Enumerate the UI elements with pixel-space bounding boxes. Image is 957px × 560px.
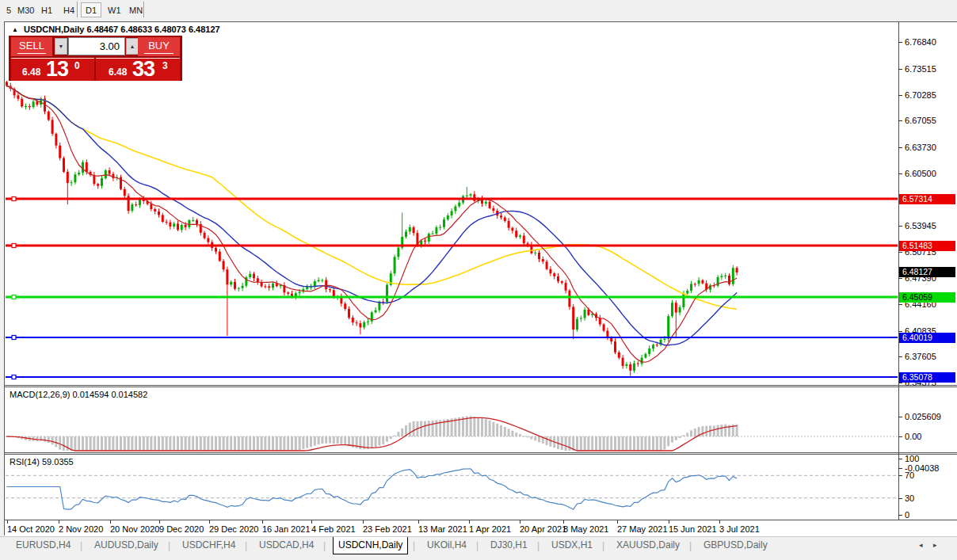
candle-body [603, 325, 605, 331]
macd-histogram-bar [679, 436, 681, 438]
symbol-tab-gbpusd[interactable]: GBPUSD,Daily [699, 537, 772, 554]
macd-histogram-bar [272, 436, 274, 451]
candle-body [728, 276, 730, 284]
macd-histogram-bar [230, 436, 232, 451]
rsi-label: RSI(14) 59.0355 [10, 457, 74, 467]
sell-button[interactable]: SELL [11, 37, 52, 56]
candle-body [352, 318, 354, 322]
macd-histogram-bar [390, 436, 392, 439]
candle-body [671, 303, 673, 316]
symbol-tab-usdchf[interactable]: USDCHF,H4 [177, 537, 240, 554]
candle-body [732, 268, 734, 284]
macd-histogram-bar [644, 436, 646, 451]
symbol-tab-usdcad[interactable]: USDCAD,H4 [254, 537, 318, 554]
symbol-tab-ukoil[interactable]: UKOil,H4 [422, 537, 471, 554]
time-tick-label: 29 Dec 2020 [209, 524, 258, 534]
candle-body [485, 202, 487, 204]
macd-histogram-bar [310, 436, 312, 447]
candle-body [268, 286, 270, 288]
macd-histogram-bar [694, 429, 696, 436]
sell-price-display[interactable]: 6.48 13 0 [11, 58, 94, 81]
symbol-tab-xauusd[interactable]: XAUUSD,Daily [612, 537, 684, 554]
macd-histogram-bar [629, 436, 631, 451]
time-tick-mark [469, 520, 470, 524]
candle-body [185, 225, 187, 227]
timeframe-button-h1[interactable]: H1 [36, 2, 57, 17]
tab-separator: | [537, 540, 540, 551]
line-anchor-marker[interactable] [12, 244, 16, 248]
candle-body [150, 204, 152, 209]
macd-histogram-bar [143, 436, 145, 451]
macd-histogram-bar [622, 436, 624, 451]
symbol-tab-eurusd[interactable]: EURUSD,H4 [11, 537, 75, 554]
line-anchor-marker[interactable] [12, 295, 16, 299]
sell-button-label: SELL [19, 40, 44, 51]
candle-body [413, 227, 415, 233]
time-tick-label: 27 May 2021 [617, 524, 668, 534]
buy-button[interactable]: BUY [138, 37, 180, 56]
macd-histogram-bar [432, 421, 434, 436]
macd-histogram-bar [314, 436, 316, 446]
time-tick-label: 23 Feb 2021 [363, 524, 412, 534]
tabs-scroll-right-icon[interactable]: ▸ [933, 541, 937, 549]
macd-histogram-bar [185, 436, 187, 451]
candle-body [78, 173, 80, 174]
line-anchor-marker[interactable] [12, 375, 16, 379]
candle-body [720, 276, 723, 277]
volume-increase-button[interactable]: ▲ [126, 38, 139, 55]
macd-histogram-bar [116, 436, 118, 451]
symbol-tab-usdcnh[interactable]: USDCNH,Daily [333, 537, 408, 554]
macd-histogram-bar [105, 436, 107, 451]
macd-histogram-bar [196, 436, 198, 451]
candle-body [667, 316, 669, 339]
candle-body [698, 280, 700, 284]
macd-histogram-bar [181, 436, 183, 451]
macd-histogram-bar [378, 436, 380, 446]
macd-histogram-bar [242, 436, 244, 451]
macd-histogram-bar [568, 436, 570, 451]
candle-body [511, 228, 513, 231]
candle-body [36, 101, 38, 105]
candle-body [367, 322, 369, 322]
macd-histogram-bar [606, 436, 608, 451]
price-axis-line [898, 22, 899, 520]
volume-decrease-button[interactable]: ▼ [55, 38, 67, 55]
timeframe-button-m30[interactable]: M30 [13, 2, 39, 17]
candle-body [424, 241, 426, 242]
buy-price-prefix: 6.48 [109, 67, 127, 78]
buy-price-display[interactable]: 6.48 33 3 [96, 58, 180, 81]
macd-histogram-bar [717, 425, 719, 436]
tabs-scroll-left-icon[interactable]: ◂ [919, 541, 923, 549]
candle-body [105, 170, 107, 178]
macd-histogram-bar [637, 436, 639, 451]
candle-body [606, 331, 608, 337]
time-tick-mark [669, 520, 669, 524]
macd-histogram-bar [226, 436, 228, 451]
macd-histogram-bar [690, 430, 692, 436]
collapse-panel-icon[interactable]: ▲ [12, 26, 18, 33]
candle-body [439, 227, 441, 228]
candle-body [272, 284, 274, 288]
candle-body [736, 268, 738, 272]
line-anchor-marker[interactable] [12, 336, 16, 340]
macd-histogram-bar [489, 421, 491, 436]
candle-body [409, 227, 411, 231]
candle-body [325, 280, 327, 290]
timeframe-button-d1[interactable]: D1 [81, 2, 101, 17]
macd-histogram-bar [150, 436, 152, 451]
candle-body [492, 208, 494, 211]
volume-input[interactable]: 3.00 [68, 37, 125, 55]
symbol-tab-audusd[interactable]: AUDUSD,Daily [90, 537, 163, 554]
time-axis: 14 Oct 20202 Nov 202020 Nov 20209 Dec 20… [5, 520, 957, 536]
macd-histogram-bar [660, 436, 662, 451]
candle-body [648, 349, 650, 354]
symbol-tab-dj30[interactable]: DJ30,H1 [486, 537, 532, 554]
candle-body [32, 101, 35, 107]
macd-histogram-bar [595, 436, 597, 451]
line-anchor-marker[interactable] [12, 197, 16, 201]
timeframe-button-w1[interactable]: W1 [103, 2, 126, 17]
candle-body [553, 273, 555, 276]
tab-separator: | [689, 540, 692, 551]
candle-body [454, 206, 456, 211]
symbol-tab-usdx[interactable]: USDX,H1 [547, 537, 597, 554]
